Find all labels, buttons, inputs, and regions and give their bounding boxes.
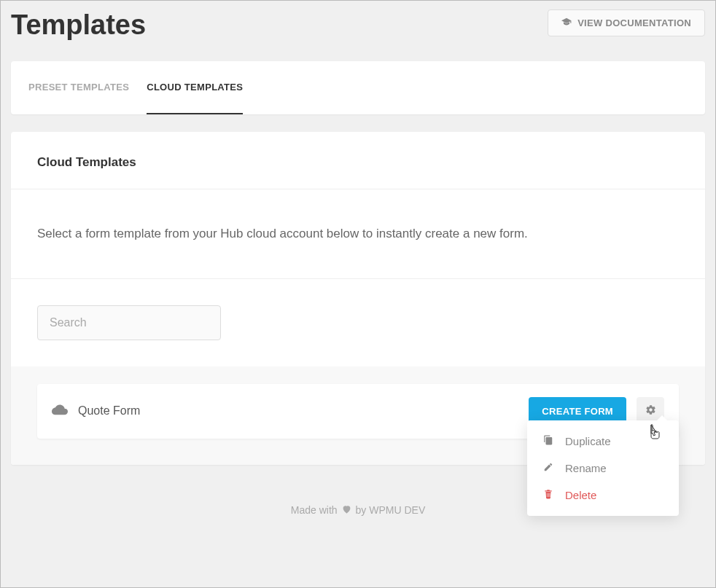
- gear-icon: [645, 404, 656, 418]
- dropdown-delete[interactable]: Delete: [527, 482, 679, 509]
- dropdown-duplicate-label: Duplicate: [565, 435, 611, 447]
- page-root: Templates VIEW DOCUMENTATION PRESET TEMP…: [1, 1, 715, 525]
- search-section: [11, 279, 705, 366]
- copy-icon: [543, 435, 553, 447]
- dropdown-delete-label: Delete: [565, 489, 596, 501]
- main-panel: Cloud Templates Select a form template f…: [11, 132, 705, 465]
- dropdown-duplicate[interactable]: Duplicate: [527, 428, 679, 455]
- dropdown-rename[interactable]: Rename: [527, 455, 679, 482]
- template-list: Quote Form CREATE FORM Duplicate: [11, 366, 705, 465]
- doc-button-label: VIEW DOCUMENTATION: [577, 17, 691, 28]
- heart-icon: [342, 504, 351, 516]
- settings-dropdown: Duplicate Rename Delete: [527, 420, 679, 516]
- footer-prefix: Made with: [291, 504, 338, 516]
- view-documentation-button[interactable]: VIEW DOCUMENTATION: [548, 9, 705, 36]
- page-header: Templates VIEW DOCUMENTATION: [1, 1, 715, 61]
- tabs-container: PRESET TEMPLATES CLOUD TEMPLATES: [11, 61, 705, 114]
- cloud-icon: [52, 404, 78, 418]
- dropdown-rename-label: Rename: [565, 462, 607, 474]
- pencil-icon: [543, 462, 553, 474]
- template-name: Quote Form: [78, 404, 529, 418]
- tab-cloud-templates[interactable]: CLOUD TEMPLATES: [147, 61, 243, 114]
- template-row: Quote Form CREATE FORM Duplicate: [37, 384, 679, 439]
- graduation-cap-icon: [561, 17, 572, 28]
- page-title: Templates: [11, 9, 146, 41]
- search-input[interactable]: [37, 305, 221, 340]
- footer-suffix: by WPMU DEV: [356, 504, 426, 516]
- section-description: Select a form template from your Hub clo…: [11, 189, 705, 279]
- tab-preset-templates[interactable]: PRESET TEMPLATES: [28, 61, 129, 114]
- trash-icon: [543, 489, 553, 501]
- section-title: Cloud Templates: [11, 132, 705, 189]
